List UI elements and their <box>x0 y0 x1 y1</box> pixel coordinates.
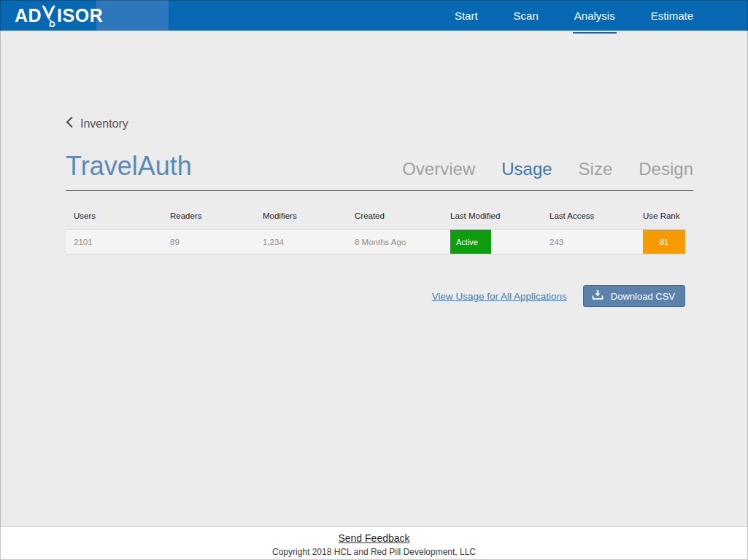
breadcrumb-label: Inventory <box>80 117 128 131</box>
cell-created: 8 Months Ago <box>347 230 442 254</box>
header-accent-segment <box>96 0 169 31</box>
page-title: TravelAuth <box>66 151 192 182</box>
detail-tabs: Overview Usage Size Design <box>402 159 693 179</box>
tab-overview[interactable]: Overview <box>402 159 475 179</box>
use-rank-badge: 81 <box>643 230 685 254</box>
primary-nav: Start Scan Analysis Estimate <box>455 0 693 31</box>
usage-table-header-row: Users Readers Modifiers Created Last Mod… <box>66 201 685 230</box>
nav-item-estimate[interactable]: Estimate <box>651 0 693 31</box>
column-header-use-rank: Use Rank <box>635 201 685 230</box>
tab-size[interactable]: Size <box>579 159 613 179</box>
tab-design[interactable]: Design <box>639 159 693 179</box>
actions-row: View Usage for All Applications Download… <box>66 285 685 307</box>
download-icon <box>592 289 604 303</box>
chevron-left-icon <box>66 116 74 131</box>
column-header-modifiers: Modifiers <box>255 201 347 230</box>
column-header-readers: Readers <box>162 201 255 230</box>
column-header-created: Created <box>347 201 442 230</box>
view-usage-all-applications-link[interactable]: View Usage for All Applications <box>432 291 567 302</box>
nav-item-label: Start <box>455 9 478 22</box>
cell-users: 2101 <box>66 230 162 254</box>
advisor-logo[interactable]: AD ISOR <box>15 0 103 31</box>
send-feedback-link[interactable]: Send Feedback <box>338 532 409 544</box>
usage-table-row: 2101 89 1,234 8 Months Ago Active 243 81 <box>66 230 685 254</box>
download-csv-label: Download CSV <box>611 291 675 302</box>
download-csv-button[interactable]: Download CSV <box>583 285 685 307</box>
nav-item-label: Scan <box>514 9 539 22</box>
cell-last-access: 243 <box>541 230 635 254</box>
column-header-last-modified: Last Modified <box>442 201 541 230</box>
nav-item-scan[interactable]: Scan <box>514 0 539 31</box>
status-badge-active: Active <box>450 230 491 254</box>
usage-table: Users Readers Modifiers Created Last Mod… <box>66 201 685 254</box>
column-header-last-access: Last Access <box>541 201 635 230</box>
page-footer: Send Feedback Copyright 2018 HCL and Red… <box>0 526 748 560</box>
main-content: Inventory TravelAuth Overview Usage Size… <box>66 31 693 307</box>
title-and-tabs-row: TravelAuth Overview Usage Size Design <box>66 151 693 191</box>
cell-readers: 89 <box>162 230 255 254</box>
nav-item-label: Analysis <box>574 9 615 22</box>
cell-modifiers: 1,234 <box>255 230 347 254</box>
nav-item-label: Estimate <box>651 9 693 22</box>
logo-text-suffix: ISOR <box>57 5 103 26</box>
breadcrumb-back-inventory[interactable]: Inventory <box>66 116 128 131</box>
stethoscope-icon <box>42 5 56 33</box>
copyright-text: Copyright 2018 HCL and Red Pill Developm… <box>0 547 748 557</box>
cell-use-rank: 81 <box>635 230 685 254</box>
cell-last-modified: Active <box>442 230 541 254</box>
top-nav-bar: AD ISOR Start Scan Analysis Estimate <box>0 0 748 31</box>
nav-item-analysis[interactable]: Analysis <box>574 0 615 31</box>
column-header-users: Users <box>66 201 162 230</box>
logo-text-prefix: AD <box>15 5 42 26</box>
nav-item-start[interactable]: Start <box>455 0 478 31</box>
tab-usage[interactable]: Usage <box>501 159 552 179</box>
